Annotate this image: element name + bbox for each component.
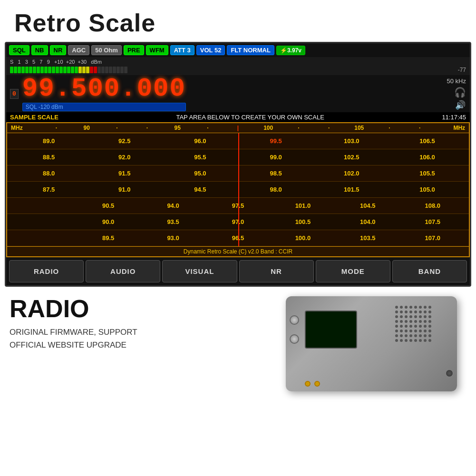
badge-agc[interactable]: AGC — [68, 45, 89, 55]
freq-950: 95.0 — [162, 170, 238, 177]
signal-bar — [10, 67, 452, 73]
scale-label-left: SAMPLE SCALE — [10, 114, 58, 121]
frequency-row: 0 99.500.000 SQL -120 dBm 50 kHz 🎧 🔊 — [6, 75, 470, 112]
badge-50ohm[interactable]: 50 Ohm — [91, 45, 122, 55]
freq-display: 99.500.000 SQL -120 dBm — [22, 76, 186, 111]
bar-25 — [101, 67, 105, 73]
freq-1075: 107.5 — [400, 218, 465, 225]
bar-22 — [90, 67, 93, 73]
khz-label: 50 kHz — [447, 78, 466, 85]
bar-31 — [124, 67, 127, 73]
freq-1010: 101.0 — [271, 202, 335, 209]
device-power-button[interactable] — [446, 369, 453, 377]
scale-tick-8: · — [405, 125, 435, 131]
badge-nr[interactable]: NR — [50, 45, 67, 55]
freq-915: 91.5 — [87, 170, 162, 177]
bar-7 — [33, 67, 36, 73]
scale-tick-7: · — [374, 125, 405, 131]
freq-1070: 107.0 — [400, 234, 465, 242]
bar-10 — [44, 67, 48, 73]
freq-905: 90.5 — [76, 202, 140, 209]
device-screen — [305, 311, 357, 349]
bottom-section: RADIO ORIGINAL FIRMWARE, SUPPORT OFFICIA… — [0, 287, 476, 396]
retro-scale[interactable]: MHz · 90 · · 95 · | 100 · · 105 · · MHz … — [6, 122, 470, 257]
bottom-right — [286, 296, 466, 391]
bottom-left: RADIO ORIGINAL FIRMWARE, SUPPORT OFFICIA… — [10, 296, 276, 351]
btn-band[interactable]: BAND — [392, 260, 467, 282]
badge-nb[interactable]: NB — [31, 45, 48, 55]
firmware-line-1: ORIGINAL FIRMWARE, SUPPORT — [10, 326, 276, 339]
btn-audio[interactable]: AUDIO — [86, 260, 160, 282]
freq-main: 99.500.000 — [22, 76, 186, 102]
freq-1045: 104.5 — [335, 202, 400, 209]
bar-2 — [14, 67, 17, 73]
bar-23 — [94, 67, 97, 73]
freq-digit-box: 0 — [10, 89, 19, 99]
bar-12 — [52, 67, 55, 73]
badge-vol52[interactable]: VOL 52 — [196, 45, 225, 55]
page-title: Retro Scale — [0, 0, 476, 42]
bar-27 — [109, 67, 112, 73]
btn-radio[interactable]: RADIO — [9, 260, 84, 282]
bar-28 — [113, 67, 116, 73]
bar-4 — [21, 67, 25, 73]
scale-footer: Dynamic Retro Scale (C) v2.0 Band : CCIR — [7, 246, 469, 256]
scale-mhz-left: MHz — [11, 125, 41, 131]
freq-1040: 104.0 — [335, 218, 400, 225]
btn-mode[interactable]: MODE — [316, 260, 390, 282]
freq-1035: 103.5 — [335, 234, 400, 242]
btn-visual[interactable]: VISUAL — [162, 260, 237, 282]
freq-1055: 105.5 — [389, 170, 465, 177]
headphone-icon: 🎧 — [454, 87, 466, 98]
freq-1080: 108.0 — [400, 202, 465, 209]
freq-925: 92.5 — [87, 137, 162, 145]
freq-left: 0 99.500.000 SQL -120 dBm — [10, 76, 186, 111]
signal-scale-labels: S 1 3 5 7 9 +10 +20 +30 dBm — [10, 59, 102, 65]
status-bar: SQL NB NR AGC 50 Ohm PRE WFM ATT 3 VOL 5… — [6, 43, 470, 57]
freq-890: 89.0 — [11, 137, 87, 145]
bar-11 — [48, 67, 51, 73]
scale-mhz-right: MHz — [435, 125, 465, 131]
freq-885: 88.5 — [11, 154, 87, 161]
freq-1030: 103.0 — [314, 137, 389, 145]
freq-895: 89.5 — [76, 234, 140, 242]
freq-right: 50 kHz 🎧 🔊 — [447, 78, 466, 110]
scale-rows-container: 89.0 92.5 96.0 99.5 103.0 106.5 88.5 92.… — [7, 133, 469, 246]
freq-980: 98.0 — [238, 186, 314, 193]
freq-1025: 102.5 — [314, 154, 389, 161]
badge-pre[interactable]: PRE — [124, 45, 144, 55]
bar-5 — [25, 67, 29, 73]
firmware-line-2: OFFICIAL WEBSITE UPGRADE — [10, 339, 276, 351]
scale-header: MHz · 90 · · 95 · | 100 · · 105 · · MHz — [7, 123, 469, 133]
bar-14 — [59, 67, 63, 73]
badge-flt-normal[interactable]: FLT NORMAL — [227, 45, 274, 55]
freq-945: 94.5 — [162, 186, 238, 193]
btn-nr[interactable]: NR — [239, 260, 314, 282]
freq-1050: 105.0 — [389, 186, 465, 193]
scale-label-row: SAMPLE SCALE TAP AREA BELOW TO CREATE YO… — [6, 112, 470, 122]
device-image — [286, 296, 457, 391]
bar-15 — [63, 67, 67, 73]
bottom-buttons: RADIO AUDIO VISUAL NR MODE BAND — [6, 257, 470, 285]
scale-pipe: | — [223, 125, 253, 131]
scale-100: 100 — [253, 125, 283, 131]
bar-21 — [86, 67, 89, 73]
freq-1000: 100.0 — [271, 234, 335, 242]
scale-tick-5: · — [283, 125, 314, 131]
badge-sql[interactable]: SQL — [9, 45, 29, 55]
bar-6 — [29, 67, 32, 73]
freq-935: 93.5 — [141, 218, 205, 225]
bar-16 — [67, 67, 70, 73]
badge-wfm[interactable]: WFM — [146, 45, 168, 55]
bar-17 — [71, 67, 74, 73]
freq-1015: 101.5 — [314, 186, 389, 193]
badge-att3[interactable]: ATT 3 — [170, 45, 194, 55]
freq-930: 93.0 — [141, 234, 205, 242]
scale-label-center: TAP AREA BELOW TO CREATE YOUR OWN SCALE — [176, 114, 324, 121]
bar-26 — [105, 67, 108, 73]
scale-tick-2: · — [102, 125, 132, 131]
speaker-icon: 🔊 — [455, 100, 466, 110]
bar-9 — [40, 67, 44, 73]
freq-875: 87.5 — [11, 186, 87, 193]
scale-tick-3: · — [132, 125, 163, 131]
